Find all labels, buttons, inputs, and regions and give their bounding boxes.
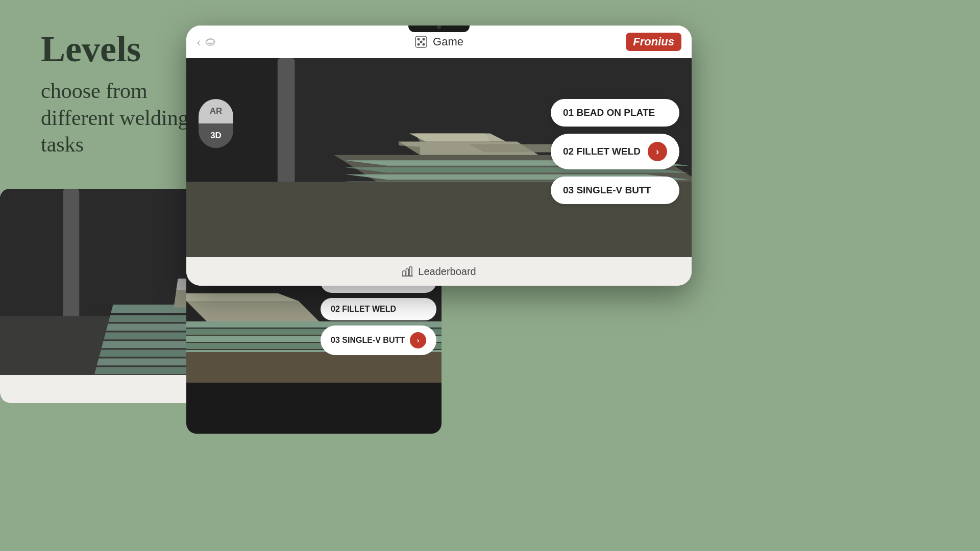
bottom-level-03-button[interactable]: 03 SINGLE-V BUTT › bbox=[321, 325, 436, 355]
left-panel: Levels choose from different welding tas… bbox=[41, 31, 204, 158]
svg-marker-52 bbox=[415, 134, 491, 142]
ar-toggle-button[interactable]: AR bbox=[199, 99, 233, 123]
bottom-level-02-label: 02 FILLET WELD bbox=[331, 305, 396, 314]
svg-point-27 bbox=[418, 43, 420, 45]
bottom-level-03-arrow-icon: › bbox=[410, 332, 426, 348]
dice-icon-main bbox=[414, 35, 428, 48]
bottom-device: 01 BEAD ON PLATE 02 FILLET WELD 03 SINGL… bbox=[186, 260, 442, 434]
back-button[interactable]: ‹ bbox=[197, 34, 215, 49]
bottom-level-02-button[interactable]: 02 FILLET WELD bbox=[321, 298, 436, 320]
view-toggle[interactable]: AR 3D bbox=[199, 99, 233, 148]
tablet-notch bbox=[408, 26, 470, 32]
svg-rect-23 bbox=[208, 43, 212, 44]
leaderboard-icon bbox=[402, 266, 413, 277]
bottom-level-03-label: 03 SINGLE-V BUTT bbox=[331, 336, 405, 345]
back-chevron-icon: ‹ bbox=[197, 34, 201, 49]
level-02-label: 02 FILLET WELD bbox=[563, 146, 641, 157]
svg-point-26 bbox=[423, 38, 425, 40]
svg-rect-55 bbox=[406, 269, 409, 276]
svg-rect-54 bbox=[403, 271, 405, 276]
level-01-label: 01 BEAD ON PLATE bbox=[563, 107, 655, 118]
level-02-button[interactable]: 02 FILLET WELD › bbox=[551, 134, 679, 169]
svg-point-29 bbox=[420, 41, 422, 43]
main-tablet: ‹ Game Fronius bbox=[186, 26, 692, 286]
header-center: Game bbox=[414, 35, 463, 48]
threed-toggle-button[interactable]: 3D bbox=[199, 123, 233, 148]
header-game-label: Game bbox=[433, 35, 463, 48]
page-title: Levels bbox=[41, 31, 204, 67]
level-01-button[interactable]: 01 BEAD ON PLATE bbox=[551, 99, 679, 127]
level-03-button[interactable]: 03 SINGLE-V BUTT bbox=[551, 177, 679, 204]
level-03-label: 03 SINGLE-V BUTT bbox=[563, 185, 651, 196]
tablet-scene: AR 3D 01 BEAD ON PLATE 02 FILLET WELD › … bbox=[186, 58, 692, 257]
tablet-level-buttons: 01 BEAD ON PLATE 02 FILLET WELD › 03 SIN… bbox=[551, 99, 679, 204]
helmet-icon bbox=[205, 37, 215, 47]
svg-rect-56 bbox=[409, 267, 412, 276]
camera-dot bbox=[437, 26, 441, 29]
svg-point-25 bbox=[418, 38, 420, 40]
svg-marker-69 bbox=[186, 301, 319, 321]
level-02-arrow-icon: › bbox=[648, 142, 667, 161]
svg-rect-71 bbox=[186, 352, 442, 383]
tablet-bottom-bar[interactable]: Leaderboard bbox=[186, 257, 692, 286]
page-subtitle: choose from different welding tasks bbox=[41, 78, 204, 158]
fronius-logo: Fronius bbox=[626, 33, 681, 51]
svg-point-28 bbox=[423, 43, 425, 45]
leaderboard-label: Leaderboard bbox=[418, 266, 476, 278]
